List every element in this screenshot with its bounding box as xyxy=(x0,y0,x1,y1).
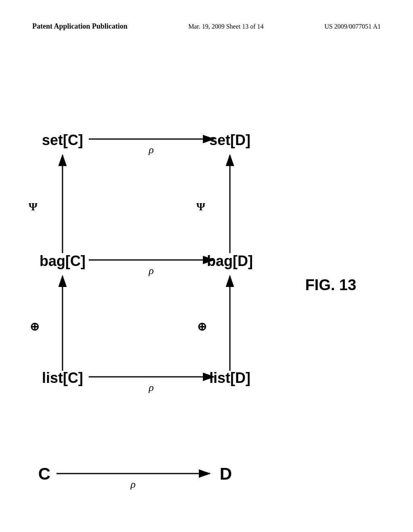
node-D: D xyxy=(220,464,232,483)
label-rho-set: ρ xyxy=(148,144,154,156)
label-rho-bag: ρ xyxy=(148,265,154,276)
node-listD: list[D] xyxy=(209,370,250,386)
fig-label: FIG. 13 xyxy=(305,276,357,293)
diagram-svg: D === --> C D ρ list[D] === --> list[C] … xyxy=(0,52,413,532)
node-C: C xyxy=(38,464,50,483)
label-rho-C-D: ρ xyxy=(130,478,136,490)
publication-number: US 2009/0077051 A1 xyxy=(324,23,381,30)
label-rho-list: ρ xyxy=(148,382,154,393)
label-psi-right: Ψ xyxy=(196,200,205,213)
diagram-area: D === --> C D ρ list[D] === --> list[C] … xyxy=(0,52,413,532)
node-bagD: bag[D] xyxy=(207,253,253,269)
publication-date-sheet: Mar. 19, 2009 Sheet 13 of 14 xyxy=(188,23,264,30)
label-phi-right: ⊕ xyxy=(197,320,206,333)
label-psi-left: Ψ xyxy=(29,200,38,213)
node-listC: list[C] xyxy=(42,370,83,386)
publication-title: Patent Application Publication xyxy=(32,22,127,31)
label-phi-left: ⊕ xyxy=(30,320,39,333)
node-bagC: bag[C] xyxy=(40,253,86,269)
page-header: Patent Application Publication Mar. 19, … xyxy=(0,22,413,31)
node-setD: set[D] xyxy=(209,132,250,148)
node-setC: set[C] xyxy=(42,132,83,148)
